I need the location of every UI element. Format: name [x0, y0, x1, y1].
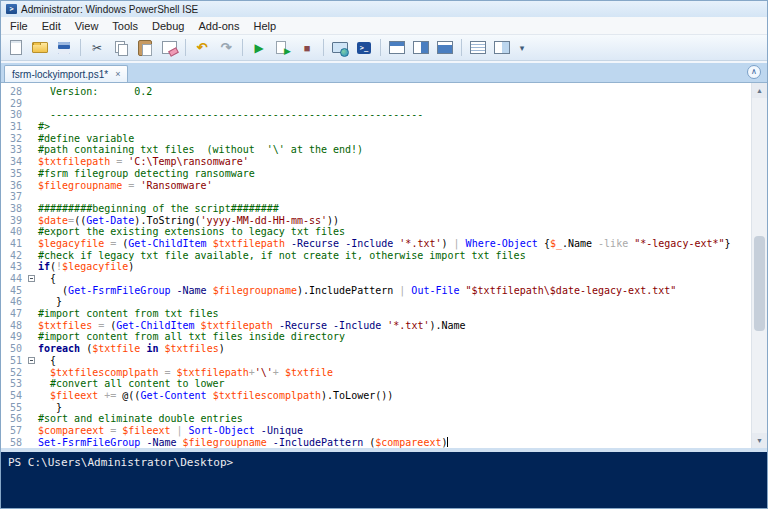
fold-margin	[25, 121, 38, 133]
code-line: 29	[1, 98, 751, 110]
code-text: #import content from txt files	[38, 308, 219, 320]
run-script-icon: ▶	[254, 41, 263, 55]
overflow-button[interactable]: ▾	[515, 37, 529, 59]
code-line: 34$txtfilepath = 'C:\Temp\ransomware'	[1, 156, 751, 168]
fold-collapse-icon[interactable]	[28, 275, 35, 282]
start-powershell-button[interactable]	[353, 37, 375, 59]
line-number: 57	[1, 425, 25, 437]
fold-margin	[25, 378, 38, 390]
console-pane[interactable]: PS C:\Users\Administrator\Desktop>	[1, 452, 767, 508]
code-text: #export the existing extensions to legac…	[38, 226, 345, 238]
code-text: $txtfiles = (Get-ChildItem $txtfilepath …	[38, 320, 466, 332]
run-script-button[interactable]: ▶	[248, 37, 270, 59]
pane-max-button[interactable]	[434, 37, 456, 59]
code-line: 45 (Get-FsrmFileGroup -Name $filegroupna…	[1, 285, 751, 297]
line-number: 42	[1, 250, 25, 262]
stop-operation-button[interactable]: ■	[296, 37, 318, 59]
code-line: 53 #convert all content to lower	[1, 378, 751, 390]
copy-button[interactable]	[110, 37, 132, 59]
fold-margin	[25, 331, 38, 343]
menu-view[interactable]: View	[68, 18, 106, 34]
code-line: 40#export the existing extensions to leg…	[1, 226, 751, 238]
fold-margin	[25, 390, 38, 402]
line-number: 45	[1, 285, 25, 297]
code-text: $legacyfile = (Get-ChildItem $txtfilepat…	[38, 238, 731, 250]
tab-fsrm-lockyimport[interactable]: fsrm-lockyimport.ps1* ×	[4, 65, 128, 82]
overflow-icon: ▾	[520, 43, 525, 53]
line-number: 40	[1, 226, 25, 238]
line-number: 49	[1, 331, 25, 343]
menu-debug[interactable]: Debug	[145, 18, 191, 34]
code-text: foreach ($txtfile in $txtfiles)	[38, 343, 225, 355]
code-line: 49#import content from all txt files ins…	[1, 331, 751, 343]
editor-scrollbar[interactable]: ▲ ▼	[751, 83, 767, 448]
pane-top-button[interactable]	[386, 37, 408, 59]
cut-button[interactable]: ✂	[86, 37, 108, 59]
code-line: 52 $txtfilescomplpath = $txtfilepath+'\'…	[1, 367, 751, 379]
menu-bar: FileEditViewToolsDebugAdd-onsHelp	[1, 17, 767, 35]
save-script-button[interactable]	[53, 37, 75, 59]
code-text: }	[38, 402, 62, 414]
command-addon-button[interactable]	[491, 37, 513, 59]
paste-button[interactable]	[134, 37, 156, 59]
code-text: $compareext = $fileext | Sort-Object -Un…	[38, 425, 303, 437]
fold-margin	[25, 296, 38, 308]
new-script-button[interactable]	[5, 37, 27, 59]
command-window-button[interactable]	[467, 37, 489, 59]
redo-icon: ↷	[221, 40, 232, 55]
tab-close-icon[interactable]: ×	[115, 70, 120, 79]
menu-edit[interactable]: Edit	[35, 18, 68, 34]
code-text: (Get-FsrmFileGroup -Name $filegroupname)…	[38, 285, 676, 297]
line-number: 44	[1, 273, 25, 285]
code-line: 31#>	[1, 121, 751, 133]
scrollbar-thumb[interactable]	[754, 236, 765, 331]
code-line: 54 $fileext += @((Get-Content $txtfilesc…	[1, 390, 751, 402]
line-number: 34	[1, 156, 25, 168]
line-number: 48	[1, 320, 25, 332]
code-text: {	[38, 273, 56, 285]
fold-margin	[25, 355, 38, 367]
menu-tools[interactable]: Tools	[105, 18, 145, 34]
code-text: #sort and eliminate double entries	[38, 413, 243, 425]
menu-file[interactable]: File	[3, 18, 35, 34]
title-bar: > Administrator: Windows PowerShell ISE	[1, 1, 767, 17]
menu-addons[interactable]: Add-ons	[191, 18, 246, 34]
code-text: #define variable	[38, 133, 134, 145]
fold-margin	[25, 437, 38, 448]
line-number: 28	[1, 86, 25, 98]
menu-help[interactable]: Help	[246, 18, 283, 34]
code-line: 47#import content from txt files	[1, 308, 751, 320]
code-text: $date=((Get-Date).ToString('yyyy-MM-dd-H…	[38, 215, 339, 227]
fold-margin	[25, 156, 38, 168]
powershell-ise-window: > Administrator: Windows PowerShell ISE …	[0, 0, 768, 509]
run-selection-button[interactable]: ▶	[272, 37, 294, 59]
pane-right-button[interactable]	[410, 37, 432, 59]
collapse-script-pane-icon[interactable]: ∧	[747, 65, 761, 79]
undo-button[interactable]: ↶	[191, 37, 213, 59]
scroll-down-icon[interactable]: ▼	[752, 433, 767, 448]
code-text: ----------------------------------------…	[38, 109, 423, 121]
fold-collapse-icon[interactable]	[28, 357, 35, 364]
new-remote-tab-button[interactable]	[329, 37, 351, 59]
line-number: 47	[1, 308, 25, 320]
script-editor[interactable]: 28 Version: 0.22930 --------------------…	[1, 83, 751, 448]
line-number: 29	[1, 98, 25, 110]
clear-console-button[interactable]	[158, 37, 180, 59]
fold-margin	[25, 144, 38, 156]
console-prompt: PS C:\Users\Administrator\Desktop>	[8, 456, 233, 469]
fold-margin	[25, 98, 38, 110]
code-text: #convert all content to lower	[38, 378, 225, 390]
tab-label: fsrm-lockyimport.ps1*	[12, 69, 108, 80]
code-text: $fileext += @((Get-Content $txtfilescomp…	[38, 390, 393, 402]
line-number: 39	[1, 215, 25, 227]
scroll-up-icon[interactable]: ▲	[752, 83, 767, 98]
toolbar: ✂↶↷▶▶■▾	[1, 35, 767, 61]
code-line: 51 {	[1, 355, 751, 367]
fold-margin	[25, 215, 38, 227]
open-script-button[interactable]	[29, 37, 51, 59]
line-number: 50	[1, 343, 25, 355]
line-number: 33	[1, 144, 25, 156]
fold-margin	[25, 425, 38, 437]
redo-button[interactable]: ↷	[215, 37, 237, 59]
script-pane: 28 Version: 0.22930 --------------------…	[1, 82, 767, 448]
